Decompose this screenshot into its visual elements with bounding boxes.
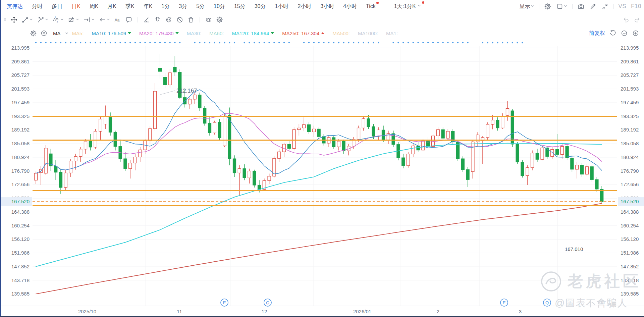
candle-body [362, 119, 365, 128]
tab-1天:1分K[interactable]: 1天:1分K [394, 3, 421, 10]
minus-circle-icon[interactable] [621, 30, 628, 37]
tab-15分[interactable]: 15分 [234, 3, 246, 10]
redo-icon[interactable] [633, 16, 641, 23]
pitchfork-tool-button[interactable] [36, 15, 49, 24]
gear-tool-button[interactable] [215, 15, 224, 24]
candle-body [516, 144, 519, 162]
chevron-down-icon[interactable] [45, 17, 49, 23]
event-dot [159, 42, 161, 43]
event-marker-Q[interactable]: Q [543, 299, 551, 306]
text-aa-tool-button[interactable]: Aa [113, 15, 122, 24]
ban-tool-button[interactable] [175, 15, 184, 24]
candle-body [576, 165, 579, 169]
vs-button[interactable]: VS [619, 3, 627, 10]
plus-circle-icon[interactable] [632, 30, 639, 37]
y-tick-right: 213.995 [621, 45, 639, 51]
tab-10分[interactable]: 10分 [214, 3, 225, 10]
chevron-down-icon[interactable] [65, 31, 69, 36]
trend-line-tool-button[interactable] [21, 15, 34, 24]
candles[interactable] [35, 54, 603, 204]
tab-2小时[interactable]: 2小时 [298, 3, 311, 10]
ma-item-MA250[interactable]: MA250:167.304 [282, 31, 324, 36]
price-adjust-mode[interactable]: 前复权 [589, 30, 605, 37]
y-tick-right: 189.192 [621, 127, 639, 133]
x-tick-label: 2025/10 [78, 309, 96, 314]
pattern-tool-button[interactable] [67, 15, 80, 24]
event-marker-E[interactable]: E [500, 299, 508, 306]
gear-icon[interactable] [544, 3, 551, 10]
layout-square-icon[interactable] [556, 3, 568, 10]
event-dot [70, 42, 71, 43]
continuous-tool-button[interactable] [164, 15, 173, 24]
ma-item-MA120[interactable]: MA120:184.994 [232, 31, 274, 36]
tab-周K[interactable]: 周K [90, 3, 99, 10]
tab-3小时[interactable]: 3小时 [320, 3, 334, 10]
angle-tool-button[interactable] [142, 15, 151, 24]
y-tick-right: 185.058 [621, 141, 639, 146]
arrow-left-tool-button[interactable] [98, 15, 111, 24]
y-tick-left: 189.192 [11, 127, 30, 133]
f10-button[interactable]: F10 [631, 3, 641, 10]
trash-tool-button[interactable] [186, 15, 195, 24]
measure-tool-button[interactable] [83, 15, 96, 24]
candle-body [35, 173, 38, 180]
event-marker-Q[interactable]: Q [264, 299, 271, 306]
tab-4小时[interactable]: 4小时 [343, 3, 357, 10]
tab-1分[interactable]: 1分 [161, 3, 170, 10]
symbol-tab[interactable]: 英伟达 [7, 3, 23, 10]
ma-item-MA5[interactable]: MA5: [72, 31, 84, 36]
candle-body [337, 141, 340, 147]
ma-label: MA20: [139, 31, 154, 36]
magnet-tool-button[interactable] [153, 15, 162, 24]
compare-icon [205, 16, 212, 23]
price-chart[interactable]: 212.167167.010213.995213.995209.861209.8… [1, 40, 644, 317]
candle-body [382, 130, 385, 140]
x-tick-label: 2026/01 [353, 309, 371, 314]
wave-tool-button[interactable]: 13 [52, 15, 65, 24]
gear-icon[interactable] [30, 30, 37, 37]
ma-item-MA20[interactable]: MA20:179.430 [139, 31, 179, 36]
chevron-down-icon[interactable] [91, 17, 95, 23]
event-marker-E[interactable]: E [221, 299, 228, 306]
ma-item-MA30[interactable]: MA30: [187, 31, 201, 36]
undo-icon[interactable] [623, 16, 630, 23]
chevron-down-icon[interactable] [29, 17, 33, 23]
event-dot [35, 42, 37, 43]
chevron-down-icon[interactable] [106, 17, 110, 23]
pencil-icon[interactable] [589, 3, 597, 10]
chevron-down-icon[interactable] [75, 17, 79, 23]
tab-月K[interactable]: 月K [107, 3, 116, 10]
tab-年K[interactable]: 年K [144, 3, 153, 10]
event-dot [199, 42, 200, 43]
move-tool-button[interactable] [10, 15, 18, 24]
reset-ccw-icon[interactable] [609, 30, 616, 37]
ma-item-MA500[interactable]: MA500: [332, 31, 350, 36]
tab-1小时[interactable]: 1小时 [275, 3, 288, 10]
indicator-title[interactable]: MA [53, 31, 61, 36]
ma-item-MA60[interactable]: MA60: [209, 31, 224, 36]
tab-日K[interactable]: 日K [71, 3, 80, 10]
comment-tool-button[interactable] [124, 15, 133, 24]
display-menu[interactable]: 显示 [520, 3, 534, 10]
tab-3分[interactable]: 3分 [179, 3, 187, 10]
event-dot [358, 42, 359, 43]
candle-body [139, 150, 142, 157]
ma-item-MA10[interactable]: MA10:176.509 [92, 31, 131, 36]
candle-body [317, 129, 320, 137]
compare-tool-button[interactable] [204, 15, 213, 24]
tab-Tick[interactable]: Tick [366, 3, 376, 9]
magnet-icon [154, 16, 161, 23]
close-x-icon[interactable] [40, 30, 48, 37]
ma-item-MA1[interactable]: MA1: [386, 31, 398, 36]
wave-icon: 13 [52, 16, 60, 23]
tab-季K[interactable]: 季K [125, 3, 135, 10]
grip-tool-button[interactable] [3, 15, 7, 24]
tab-5分[interactable]: 5分 [196, 3, 205, 10]
collapse-icon[interactable] [601, 3, 609, 10]
tab-30分[interactable]: 30分 [255, 3, 266, 10]
chevron-down-icon[interactable] [60, 17, 64, 23]
tab-多日[interactable]: 多日 [52, 3, 62, 10]
tab-分时[interactable]: 分时 [32, 3, 43, 10]
ma-item-MA1000[interactable]: MA1000: [358, 31, 378, 36]
camera-icon[interactable] [577, 3, 585, 10]
